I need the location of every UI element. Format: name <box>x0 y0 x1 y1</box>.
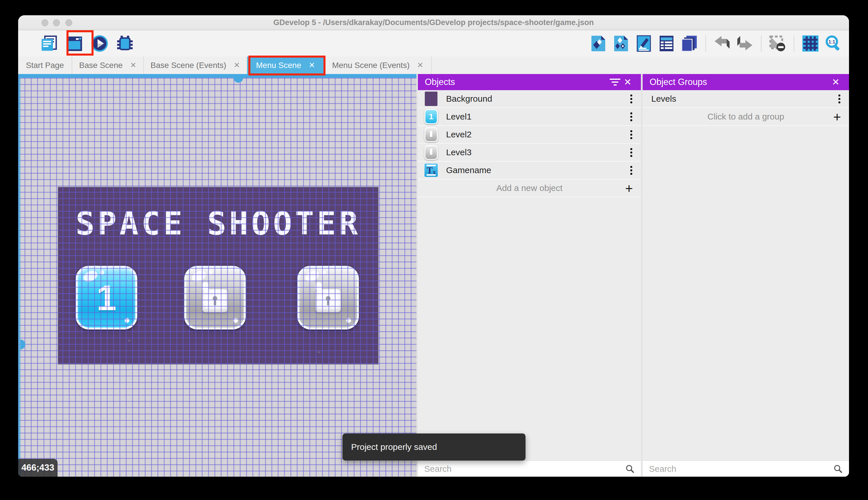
item-label: Level2 <box>446 129 471 139</box>
window-title: GDevelop 5 - /Users/dkarakay/Documents/G… <box>18 15 849 30</box>
item-label: Level1 <box>446 112 471 122</box>
item-label: Levels <box>651 94 676 104</box>
tab-bar: Start PageBase Scene✕Base Scene (Events)… <box>18 56 849 74</box>
save-toast: Project properly saved <box>342 433 526 461</box>
annotation-menu-scene-tab-highlight <box>248 56 326 76</box>
star-speck: + <box>93 262 96 270</box>
scene-title-text[interactable]: SPACE SHOOTER <box>58 205 378 242</box>
add-group-plus-icon[interactable]: + <box>833 109 841 125</box>
horizontal-scrollbar[interactable] <box>18 74 417 78</box>
star-speck: + <box>127 337 131 344</box>
objects-list: Background1Level1Level2Level3TxGamename <box>418 90 641 180</box>
tab-label: Menu Scene (Events) <box>332 61 410 70</box>
undo-icon[interactable] <box>714 35 730 52</box>
project-manager-icon[interactable] <box>40 35 57 52</box>
filter-icon[interactable] <box>609 76 621 88</box>
star-speck: + <box>317 349 321 356</box>
object-groups-panel: Object Groups ✕ Levels Click to add a gr… <box>643 74 849 477</box>
level-button-icon: 1 <box>424 109 438 124</box>
level-1-button[interactable]: 1 <box>76 266 137 329</box>
list-item-level2[interactable]: Level2 <box>418 126 641 144</box>
tab-label: Base Scene (Events) <box>151 61 226 70</box>
titlebar: GDevelop 5 - /Users/dkarakay/Documents/G… <box>18 15 849 30</box>
star-speck: + <box>331 262 335 270</box>
annotation-play-button-highlight <box>67 30 94 56</box>
item-label: Background <box>446 94 492 104</box>
list-item-gamename[interactable]: TxGamename <box>418 162 641 180</box>
objects-panel: Objects ✕ Background1Level1Level2Level3T… <box>418 74 641 477</box>
star-speck: · <box>242 343 244 350</box>
vertical-scroll-thumb[interactable] <box>21 340 25 349</box>
toggle-window-mask-icon[interactable] <box>769 35 786 52</box>
locked-level-icon <box>424 145 438 160</box>
locked-level-button[interactable] <box>184 266 246 329</box>
item-menu-icon[interactable] <box>630 130 635 139</box>
locked-level-button[interactable] <box>297 266 359 329</box>
add-group-label: Click to add a group <box>707 112 784 122</box>
launch-debugger-icon[interactable] <box>117 35 133 52</box>
game-scene-background[interactable]: SPACE SHOOTER 1 +·+·+·+·+· <box>58 187 378 364</box>
star-speck: · <box>277 230 279 238</box>
properties-icon[interactable] <box>635 35 652 52</box>
tab-base-scene-events-[interactable]: Base Scene (Events)✕ <box>144 56 247 74</box>
star-speck: · <box>357 308 360 316</box>
zoom-1-1-icon[interactable]: 1:1 <box>825 35 842 52</box>
level-number: 1 <box>96 277 117 318</box>
tab-close-icon[interactable]: ✕ <box>234 61 240 70</box>
toolbar-right-group: 1:1 <box>590 30 842 56</box>
objects-search-bar <box>418 460 641 477</box>
item-menu-icon[interactable] <box>630 166 635 175</box>
toast-message: Project properly saved <box>351 442 437 452</box>
locked-level-icon <box>424 127 438 142</box>
object-groups-panel-title: Object Groups <box>649 77 707 87</box>
item-menu-icon[interactable] <box>630 112 635 121</box>
tab-menu-scene-events-[interactable]: Menu Scene (Events)✕ <box>324 56 432 74</box>
star-speck: · <box>153 239 155 247</box>
star-speck: · <box>190 222 192 229</box>
tab-close-icon[interactable]: ✕ <box>417 61 423 70</box>
layers-icon[interactable] <box>681 35 697 52</box>
add-object-plus-icon[interactable]: + <box>625 181 633 196</box>
item-menu-icon[interactable] <box>630 148 635 157</box>
launch-preview-icon[interactable] <box>91 35 108 52</box>
toggle-grid-icon[interactable] <box>802 35 819 52</box>
list-item-level3[interactable]: Level3 <box>418 144 641 162</box>
svg-text:1:1: 1:1 <box>829 39 835 44</box>
close-objects-panel-icon[interactable]: ✕ <box>621 76 634 88</box>
object-groups-editor-icon[interactable] <box>613 35 630 52</box>
horizontal-scroll-thumb[interactable] <box>233 78 243 83</box>
item-label: Gamename <box>446 165 491 175</box>
groups-search-bar <box>643 460 849 477</box>
item-menu-icon[interactable] <box>838 94 843 103</box>
tab-label: Start Page <box>26 61 64 70</box>
tab-label: Base Scene <box>79 61 122 70</box>
toolbar-separator <box>705 35 706 52</box>
object-groups-panel-header: Object Groups ✕ <box>643 74 849 90</box>
groups-search-input[interactable] <box>649 464 833 474</box>
objects-editor-icon[interactable] <box>590 35 607 52</box>
list-item-level1[interactable]: 1Level1 <box>418 108 641 126</box>
objects-search-input[interactable] <box>424 464 625 474</box>
lock-icon <box>315 285 341 312</box>
star-speck: + <box>219 274 223 281</box>
tab-start-page[interactable]: Start Page <box>18 56 72 74</box>
scene-canvas[interactable]: SPACE SHOOTER 1 +·+·+·+·+· 466;433 <box>18 74 417 477</box>
lock-icon <box>202 285 228 312</box>
main-area: SPACE SHOOTER 1 +·+·+·+·+· 466;433 Objec… <box>18 74 849 477</box>
add-group-row[interactable]: Click to add a group + <box>643 108 849 126</box>
gdevelop-window: GDevelop 5 - /Users/dkarakay/Documents/G… <box>18 15 849 477</box>
add-object-label: Add a new object <box>496 183 562 193</box>
toolbar: 1:1 <box>18 30 849 56</box>
add-object-row[interactable]: Add a new object + <box>418 180 641 197</box>
list-item-levels[interactable]: Levels <box>643 90 849 108</box>
vertical-scrollbar[interactable] <box>18 78 21 477</box>
search-icon <box>625 464 635 474</box>
tab-base-scene[interactable]: Base Scene✕ <box>72 56 144 74</box>
tab-close-icon[interactable]: ✕ <box>130 61 137 70</box>
instances-list-icon[interactable] <box>658 35 675 52</box>
list-item-background[interactable]: Background <box>418 90 641 108</box>
item-label: Level3 <box>446 147 471 157</box>
item-menu-icon[interactable] <box>630 94 635 103</box>
redo-icon[interactable] <box>737 35 753 52</box>
close-object-groups-panel-icon[interactable]: ✕ <box>830 76 842 88</box>
